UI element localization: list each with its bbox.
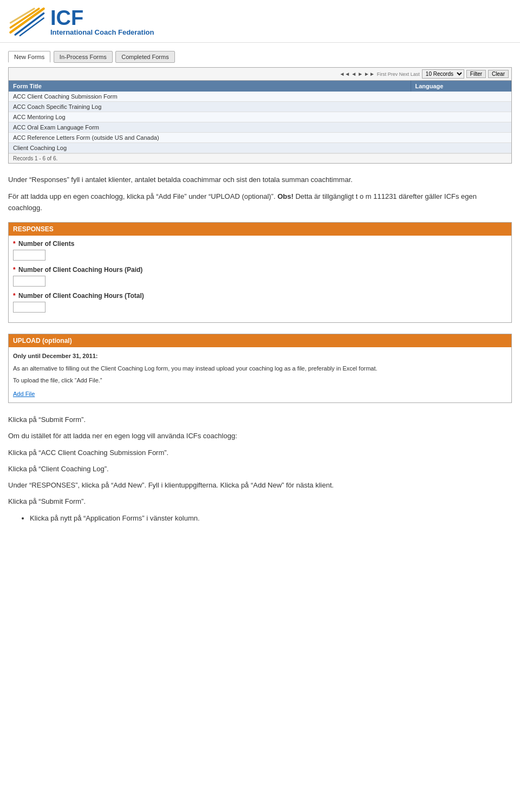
filter-button[interactable]: Filter bbox=[466, 70, 486, 78]
upload-header: UPLOAD (optional) bbox=[9, 334, 511, 347]
field3-label: * Number of Client Coaching Hours (Total… bbox=[13, 292, 507, 300]
org-name: International Coach Federation bbox=[50, 28, 154, 36]
tab-in-process-forms[interactable]: In-Process Forms bbox=[54, 51, 113, 63]
table-cell-form-title: ACC Reference Letters Form (outside US a… bbox=[9, 133, 411, 143]
table-cell-form-title: ACC Mentoring Log bbox=[9, 112, 411, 122]
table-cell-language bbox=[411, 122, 511, 133]
para2-obs: Obs! bbox=[277, 192, 294, 200]
nav-last-btn[interactable]: ►► bbox=[364, 71, 375, 77]
nav-next-btn[interactable]: ► bbox=[358, 71, 363, 77]
tab-new-forms[interactable]: New Forms bbox=[8, 51, 50, 63]
upload-desc-text: As an alternative to filling out the Cli… bbox=[13, 364, 507, 373]
field3-required-marker: * bbox=[13, 292, 16, 300]
field2-required-marker: * bbox=[13, 266, 16, 274]
table-row[interactable]: ACC Oral Exam Language Form bbox=[9, 122, 511, 133]
nav-first-btn[interactable]: ◄◄ bbox=[339, 71, 350, 77]
svg-line-4 bbox=[20, 18, 44, 35]
bullet-item-1: Klicka på nytt på “Application Forms” i … bbox=[30, 513, 512, 524]
table-cell-form-title: ACC Oral Exam Language Form bbox=[9, 122, 411, 133]
click-instruction-text: To upload the file, click “Add File.” bbox=[13, 376, 507, 385]
bottom-line2: Klicka på “Client Coaching Log”. bbox=[8, 463, 512, 475]
responses-section: RESPONSES * Number of Clients * Number o… bbox=[8, 222, 512, 323]
table-cell-language bbox=[411, 133, 511, 143]
nav-buttons: ◄◄ ◄ ► ►► First Prev Next Last bbox=[339, 71, 419, 77]
field2-input[interactable] bbox=[13, 276, 46, 287]
table-cell-language bbox=[411, 102, 511, 112]
field1-label: * Number of Clients bbox=[13, 240, 507, 248]
col-form-title: Form Title bbox=[9, 81, 411, 92]
forms-table: Form Title Language ACC Client Coaching … bbox=[9, 81, 511, 153]
table-cell-language bbox=[411, 92, 511, 102]
para2-text: För att ladda upp en egen coachlogg, kli… bbox=[8, 191, 512, 214]
header: ICF International Coach Federation bbox=[0, 0, 520, 43]
clear-button[interactable]: Clear bbox=[488, 70, 509, 78]
field1-required-marker: * bbox=[13, 240, 16, 248]
tabs-container: New Forms In-Process Forms Completed For… bbox=[8, 51, 512, 63]
bottom-line3: Under “RESPONSES”, klicka på “Add New”. … bbox=[8, 479, 512, 491]
field3-input[interactable] bbox=[13, 302, 46, 313]
table-wrapper: ◄◄ ◄ ► ►► First Prev Next Last 10 Record… bbox=[8, 67, 512, 164]
col-language: Language bbox=[411, 81, 511, 92]
nav-prev-btn[interactable]: ◄ bbox=[351, 71, 356, 77]
bullet-list: Klicka på nytt på “Application Forms” i … bbox=[8, 513, 512, 524]
bottom-para2: Om du istället för att ladda ner en egen… bbox=[8, 430, 512, 442]
body-text-para1: Under “Responses” fyll i antalet kliente… bbox=[8, 174, 512, 213]
until-date-text: Only until December 31, 2011: bbox=[13, 352, 507, 361]
responses-header: RESPONSES bbox=[9, 223, 511, 236]
para2-part1: För att ladda upp en egen coachlogg, kli… bbox=[8, 192, 276, 200]
nav-labels: First Prev Next Last bbox=[377, 72, 420, 77]
table-row[interactable]: ACC Coach Specific Training Log bbox=[9, 102, 511, 112]
logo-text-block: ICF International Coach Federation bbox=[50, 8, 154, 36]
bottom-line1: Klicka på “ACC Client Coaching Submissio… bbox=[8, 447, 512, 459]
table-cell-language bbox=[411, 112, 511, 122]
table-row[interactable]: Client Coaching Log bbox=[9, 143, 511, 153]
logo-container: ICF International Coach Federation bbox=[8, 5, 512, 38]
table-cell-form-title: Client Coaching Log bbox=[9, 143, 411, 153]
bottom-line4: Klicka på “Submit Form”. bbox=[8, 496, 512, 508]
icf-acronym: ICF bbox=[50, 8, 154, 28]
upload-body: Only until December 31, 2011: As an alte… bbox=[9, 347, 511, 402]
add-file-link[interactable]: Add File bbox=[13, 391, 35, 397]
bottom-para1: Klicka på “Submit Form”. bbox=[8, 414, 512, 426]
tab-completed-forms[interactable]: Completed Forms bbox=[115, 51, 174, 63]
bottom-text: Klicka på “Submit Form”. Om du istället … bbox=[8, 414, 512, 524]
field2-label: * Number of Client Coaching Hours (Paid) bbox=[13, 266, 507, 274]
table-row[interactable]: ACC Mentoring Log bbox=[9, 112, 511, 122]
upload-section: UPLOAD (optional) Only until December 31… bbox=[8, 334, 512, 403]
icf-logo-icon bbox=[8, 5, 46, 38]
table-row[interactable]: ACC Reference Letters Form (outside US a… bbox=[9, 133, 511, 143]
table-cell-language bbox=[411, 143, 511, 153]
field1-input[interactable] bbox=[13, 250, 46, 261]
table-cell-form-title: ACC Client Coaching Submission Form bbox=[9, 92, 411, 102]
table-toolbar: ◄◄ ◄ ► ►► First Prev Next Last 10 Record… bbox=[9, 68, 511, 81]
records-per-page-select[interactable]: 10 Records 25 Records 50 Records bbox=[422, 69, 464, 79]
table-footer: Records 1 - 6 of 6. bbox=[9, 153, 511, 163]
para1-text: Under “Responses” fyll i antalet kliente… bbox=[8, 174, 512, 186]
table-cell-form-title: ACC Coach Specific Training Log bbox=[9, 102, 411, 112]
responses-body: * Number of Clients * Number of Client C… bbox=[9, 236, 511, 322]
main-content: New Forms In-Process Forms Completed For… bbox=[0, 43, 520, 532]
table-row[interactable]: ACC Client Coaching Submission Form bbox=[9, 92, 511, 102]
